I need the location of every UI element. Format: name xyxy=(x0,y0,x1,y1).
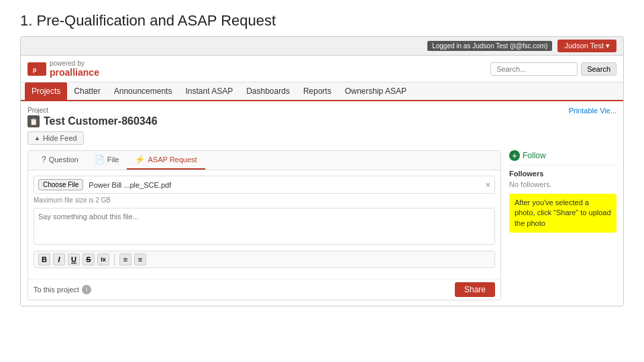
nav-bar: Projects Chatter Announcements Instant A… xyxy=(21,82,623,101)
project-label: Project xyxy=(28,107,158,114)
tab-bar: ? Question 📄 File ⚡ ASAP Request xyxy=(28,151,500,170)
svg-text:p: p xyxy=(33,66,37,73)
share-button[interactable]: Share xyxy=(455,282,495,297)
page-title-area: 1. Pre-Qualification and ASAP Request xyxy=(0,0,644,36)
logged-in-label: Logged in as Judson Test (jt@fsc.com) xyxy=(427,41,552,51)
project-title-text: Test Customer-860346 xyxy=(44,115,158,127)
yellow-callout: After you've selected a photo, click "Sh… xyxy=(509,194,616,233)
search-input[interactable] xyxy=(490,62,578,76)
file-name: Power Bill ...ple_SCE.pdf xyxy=(89,181,480,189)
feed-panel: ? Question 📄 File ⚡ ASAP Request xyxy=(28,150,501,300)
logo-sublabel: powered by xyxy=(50,60,99,67)
file-size-note: Maximum file size is 2 GB xyxy=(34,196,495,204)
follow-label: Follow xyxy=(523,151,546,160)
search-button[interactable]: Search xyxy=(581,62,616,76)
project-title: 📋 Test Customer-860346 xyxy=(28,115,158,127)
follow-button[interactable]: + Follow xyxy=(509,150,616,161)
clear-format-button[interactable]: Ix xyxy=(97,253,109,265)
comment-textarea[interactable] xyxy=(34,208,495,245)
nav-item-reports[interactable]: Reports xyxy=(297,82,338,100)
follow-plus-icon: + xyxy=(509,150,520,161)
header-bar: p powered by proalliance Search xyxy=(21,56,623,82)
nav-item-ownership-asap[interactable]: Ownership ASAP xyxy=(338,82,413,100)
nav-item-instant-asap[interactable]: Instant ASAP xyxy=(178,82,239,100)
toolbar-separator xyxy=(114,253,115,265)
nav-item-projects[interactable]: Projects xyxy=(25,82,67,100)
file-icon: 📄 xyxy=(95,155,105,164)
no-followers-text: No followers. xyxy=(509,180,616,188)
format-toolbar: B I U S Ix ≡ ≡ xyxy=(34,251,495,268)
logo-icon: p xyxy=(28,62,46,76)
tab-file-label: File xyxy=(107,156,119,164)
search-area: Search xyxy=(490,62,616,76)
page-title: 1. Pre-Qualification and ASAP Request xyxy=(20,12,624,29)
logo-area: p powered by proalliance xyxy=(28,60,99,78)
file-upload-area: Choose File Power Bill ...ple_SCE.pdf × … xyxy=(28,170,500,279)
bottom-row: To this project i Share xyxy=(28,279,500,300)
tab-question-label: Question xyxy=(49,156,78,164)
project-icon: 📋 xyxy=(28,115,40,127)
user-menu-button[interactable]: Judson Test ▾ xyxy=(557,40,616,52)
project-header: Project 📋 Test Customer-860346 Printable… xyxy=(28,107,616,127)
follow-panel: + Follow Followers No followers. After y… xyxy=(509,150,616,300)
to-project-text: To this project xyxy=(34,286,79,294)
close-file-icon[interactable]: × xyxy=(485,180,490,190)
nav-item-dashboards[interactable]: Dashboards xyxy=(239,82,297,100)
to-project-label: To this project i xyxy=(34,285,91,294)
hide-feed-button[interactable]: ▲ Hide Feed xyxy=(28,131,84,145)
browser-window: Logged in as Judson Test (jt@fsc.com) Ju… xyxy=(20,36,624,306)
tab-asap-label: ASAP Request xyxy=(148,156,197,164)
info-icon: i xyxy=(82,285,91,294)
question-icon: ? xyxy=(42,155,46,164)
list-button-1[interactable]: ≡ xyxy=(119,253,131,265)
list-button-2[interactable]: ≡ xyxy=(134,253,146,265)
tab-asap-request[interactable]: ⚡ ASAP Request xyxy=(127,151,205,170)
nav-item-chatter[interactable]: Chatter xyxy=(67,82,107,100)
bold-button[interactable]: B xyxy=(38,253,50,265)
top-bar: Logged in as Judson Test (jt@fsc.com) Ju… xyxy=(21,37,623,56)
hide-feed-label: Hide Feed xyxy=(43,134,77,142)
choose-file-button[interactable]: Choose File xyxy=(38,179,83,190)
tab-file[interactable]: 📄 File xyxy=(87,151,127,170)
italic-button[interactable]: I xyxy=(53,253,65,265)
strikethrough-button[interactable]: S xyxy=(83,253,95,265)
arrow-icon: ▲ xyxy=(34,135,40,141)
file-row: Choose File Power Bill ...ple_SCE.pdf × xyxy=(34,176,495,194)
printable-view-link[interactable]: Printable Vie... xyxy=(569,107,616,115)
nav-item-announcements[interactable]: Announcements xyxy=(107,82,179,100)
content-area: Project 📋 Test Customer-860346 Printable… xyxy=(21,101,623,306)
tab-question[interactable]: ? Question xyxy=(34,151,87,170)
main-panel: ? Question 📄 File ⚡ ASAP Request xyxy=(28,150,616,300)
logo-label: proalliance xyxy=(50,67,99,78)
followers-label: Followers xyxy=(509,165,616,178)
lightning-icon: ⚡ xyxy=(135,155,145,164)
underline-button[interactable]: U xyxy=(68,253,80,265)
